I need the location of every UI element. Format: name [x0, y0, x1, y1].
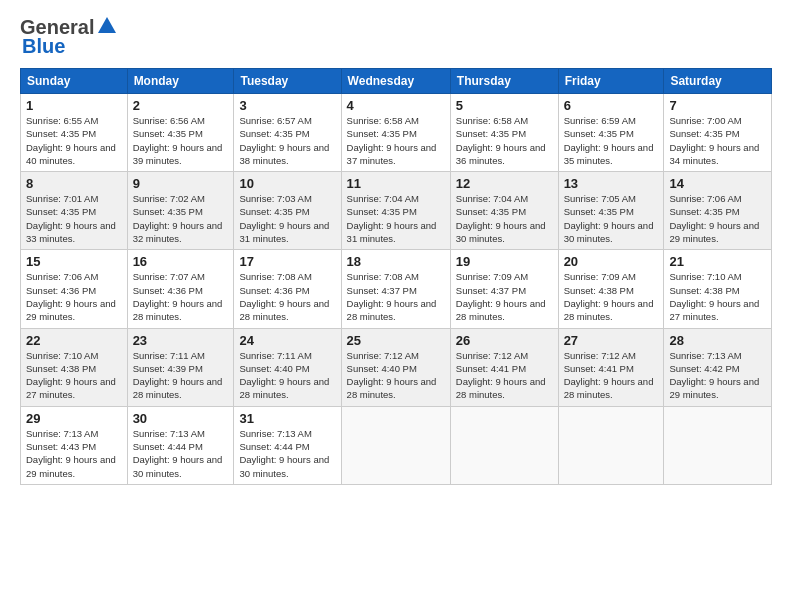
- day-number: 14: [669, 176, 766, 191]
- day-number: 1: [26, 98, 122, 113]
- day-number: 30: [133, 411, 229, 426]
- calendar-day-cell: 13 Sunrise: 7:05 AMSunset: 4:35 PMDaylig…: [558, 172, 664, 250]
- day-info: Sunrise: 7:05 AMSunset: 4:35 PMDaylight:…: [564, 193, 654, 244]
- calendar-table: SundayMondayTuesdayWednesdayThursdayFrid…: [20, 68, 772, 485]
- svg-marker-0: [98, 17, 116, 33]
- calendar-week-row: 15 Sunrise: 7:06 AMSunset: 4:36 PMDaylig…: [21, 250, 772, 328]
- day-number: 11: [347, 176, 445, 191]
- day-info: Sunrise: 6:58 AMSunset: 4:35 PMDaylight:…: [456, 115, 546, 166]
- day-info: Sunrise: 7:00 AMSunset: 4:35 PMDaylight:…: [669, 115, 759, 166]
- logo-icon: [96, 15, 118, 37]
- day-of-week-header: Wednesday: [341, 69, 450, 94]
- calendar-day-cell: 24 Sunrise: 7:11 AMSunset: 4:40 PMDaylig…: [234, 328, 341, 406]
- day-number: 16: [133, 254, 229, 269]
- calendar-day-cell: 25 Sunrise: 7:12 AMSunset: 4:40 PMDaylig…: [341, 328, 450, 406]
- day-number: 19: [456, 254, 553, 269]
- calendar-week-row: 22 Sunrise: 7:10 AMSunset: 4:38 PMDaylig…: [21, 328, 772, 406]
- calendar-day-cell: 29 Sunrise: 7:13 AMSunset: 4:43 PMDaylig…: [21, 406, 128, 484]
- day-of-week-header: Sunday: [21, 69, 128, 94]
- day-number: 27: [564, 333, 659, 348]
- day-info: Sunrise: 7:04 AMSunset: 4:35 PMDaylight:…: [347, 193, 437, 244]
- calendar-day-cell: 10 Sunrise: 7:03 AMSunset: 4:35 PMDaylig…: [234, 172, 341, 250]
- day-info: Sunrise: 6:58 AMSunset: 4:35 PMDaylight:…: [347, 115, 437, 166]
- day-info: Sunrise: 7:10 AMSunset: 4:38 PMDaylight:…: [26, 350, 116, 401]
- calendar-day-cell: 4 Sunrise: 6:58 AMSunset: 4:35 PMDayligh…: [341, 94, 450, 172]
- day-number: 29: [26, 411, 122, 426]
- day-number: 4: [347, 98, 445, 113]
- calendar-day-cell: 17 Sunrise: 7:08 AMSunset: 4:36 PMDaylig…: [234, 250, 341, 328]
- day-number: 22: [26, 333, 122, 348]
- calendar-day-cell: 15 Sunrise: 7:06 AMSunset: 4:36 PMDaylig…: [21, 250, 128, 328]
- day-info: Sunrise: 6:55 AMSunset: 4:35 PMDaylight:…: [26, 115, 116, 166]
- calendar-day-cell: 5 Sunrise: 6:58 AMSunset: 4:35 PMDayligh…: [450, 94, 558, 172]
- day-info: Sunrise: 7:03 AMSunset: 4:35 PMDaylight:…: [239, 193, 329, 244]
- day-number: 21: [669, 254, 766, 269]
- page: General Blue SundayMondayTuesdayWednesda…: [0, 0, 792, 612]
- calendar-day-cell: 26 Sunrise: 7:12 AMSunset: 4:41 PMDaylig…: [450, 328, 558, 406]
- day-number: 10: [239, 176, 335, 191]
- day-info: Sunrise: 6:56 AMSunset: 4:35 PMDaylight:…: [133, 115, 223, 166]
- day-info: Sunrise: 7:06 AMSunset: 4:36 PMDaylight:…: [26, 271, 116, 322]
- calendar-day-cell: 30 Sunrise: 7:13 AMSunset: 4:44 PMDaylig…: [127, 406, 234, 484]
- day-info: Sunrise: 7:10 AMSunset: 4:38 PMDaylight:…: [669, 271, 759, 322]
- calendar-day-cell: 11 Sunrise: 7:04 AMSunset: 4:35 PMDaylig…: [341, 172, 450, 250]
- day-number: 31: [239, 411, 335, 426]
- day-of-week-header: Monday: [127, 69, 234, 94]
- day-number: 9: [133, 176, 229, 191]
- day-number: 17: [239, 254, 335, 269]
- day-number: 7: [669, 98, 766, 113]
- calendar-day-cell: 8 Sunrise: 7:01 AMSunset: 4:35 PMDayligh…: [21, 172, 128, 250]
- calendar-day-cell: 6 Sunrise: 6:59 AMSunset: 4:35 PMDayligh…: [558, 94, 664, 172]
- day-number: 13: [564, 176, 659, 191]
- calendar-day-cell: 22 Sunrise: 7:10 AMSunset: 4:38 PMDaylig…: [21, 328, 128, 406]
- day-number: 8: [26, 176, 122, 191]
- day-of-week-header: Saturday: [664, 69, 772, 94]
- calendar-day-cell: 16 Sunrise: 7:07 AMSunset: 4:36 PMDaylig…: [127, 250, 234, 328]
- day-of-week-header: Friday: [558, 69, 664, 94]
- day-number: 6: [564, 98, 659, 113]
- day-info: Sunrise: 7:11 AMSunset: 4:39 PMDaylight:…: [133, 350, 223, 401]
- day-number: 25: [347, 333, 445, 348]
- calendar-day-cell: 27 Sunrise: 7:12 AMSunset: 4:41 PMDaylig…: [558, 328, 664, 406]
- calendar-week-row: 8 Sunrise: 7:01 AMSunset: 4:35 PMDayligh…: [21, 172, 772, 250]
- calendar-day-cell: 1 Sunrise: 6:55 AMSunset: 4:35 PMDayligh…: [21, 94, 128, 172]
- day-info: Sunrise: 6:59 AMSunset: 4:35 PMDaylight:…: [564, 115, 654, 166]
- header: General Blue: [20, 16, 772, 58]
- calendar-day-cell: 12 Sunrise: 7:04 AMSunset: 4:35 PMDaylig…: [450, 172, 558, 250]
- day-info: Sunrise: 7:02 AMSunset: 4:35 PMDaylight:…: [133, 193, 223, 244]
- calendar-week-row: 1 Sunrise: 6:55 AMSunset: 4:35 PMDayligh…: [21, 94, 772, 172]
- day-number: 28: [669, 333, 766, 348]
- calendar-day-cell: 20 Sunrise: 7:09 AMSunset: 4:38 PMDaylig…: [558, 250, 664, 328]
- calendar-day-cell: 14 Sunrise: 7:06 AMSunset: 4:35 PMDaylig…: [664, 172, 772, 250]
- day-number: 12: [456, 176, 553, 191]
- calendar-day-cell: [664, 406, 772, 484]
- day-info: Sunrise: 7:01 AMSunset: 4:35 PMDaylight:…: [26, 193, 116, 244]
- day-info: Sunrise: 7:13 AMSunset: 4:43 PMDaylight:…: [26, 428, 116, 479]
- day-info: Sunrise: 7:13 AMSunset: 4:44 PMDaylight:…: [133, 428, 223, 479]
- day-number: 18: [347, 254, 445, 269]
- calendar-day-cell: 28 Sunrise: 7:13 AMSunset: 4:42 PMDaylig…: [664, 328, 772, 406]
- calendar-day-cell: 2 Sunrise: 6:56 AMSunset: 4:35 PMDayligh…: [127, 94, 234, 172]
- day-info: Sunrise: 7:09 AMSunset: 4:38 PMDaylight:…: [564, 271, 654, 322]
- day-info: Sunrise: 7:07 AMSunset: 4:36 PMDaylight:…: [133, 271, 223, 322]
- calendar-day-cell: 19 Sunrise: 7:09 AMSunset: 4:37 PMDaylig…: [450, 250, 558, 328]
- logo: General Blue: [20, 16, 118, 58]
- day-number: 15: [26, 254, 122, 269]
- day-info: Sunrise: 6:57 AMSunset: 4:35 PMDaylight:…: [239, 115, 329, 166]
- day-of-week-header: Tuesday: [234, 69, 341, 94]
- calendar-day-cell: 23 Sunrise: 7:11 AMSunset: 4:39 PMDaylig…: [127, 328, 234, 406]
- day-info: Sunrise: 7:12 AMSunset: 4:40 PMDaylight:…: [347, 350, 437, 401]
- day-info: Sunrise: 7:06 AMSunset: 4:35 PMDaylight:…: [669, 193, 759, 244]
- calendar-day-cell: 21 Sunrise: 7:10 AMSunset: 4:38 PMDaylig…: [664, 250, 772, 328]
- day-number: 5: [456, 98, 553, 113]
- day-info: Sunrise: 7:09 AMSunset: 4:37 PMDaylight:…: [456, 271, 546, 322]
- day-info: Sunrise: 7:11 AMSunset: 4:40 PMDaylight:…: [239, 350, 329, 401]
- day-number: 20: [564, 254, 659, 269]
- day-number: 3: [239, 98, 335, 113]
- day-info: Sunrise: 7:08 AMSunset: 4:37 PMDaylight:…: [347, 271, 437, 322]
- calendar-day-cell: 3 Sunrise: 6:57 AMSunset: 4:35 PMDayligh…: [234, 94, 341, 172]
- day-info: Sunrise: 7:12 AMSunset: 4:41 PMDaylight:…: [564, 350, 654, 401]
- calendar-header-row: SundayMondayTuesdayWednesdayThursdayFrid…: [21, 69, 772, 94]
- day-number: 26: [456, 333, 553, 348]
- calendar-day-cell: [558, 406, 664, 484]
